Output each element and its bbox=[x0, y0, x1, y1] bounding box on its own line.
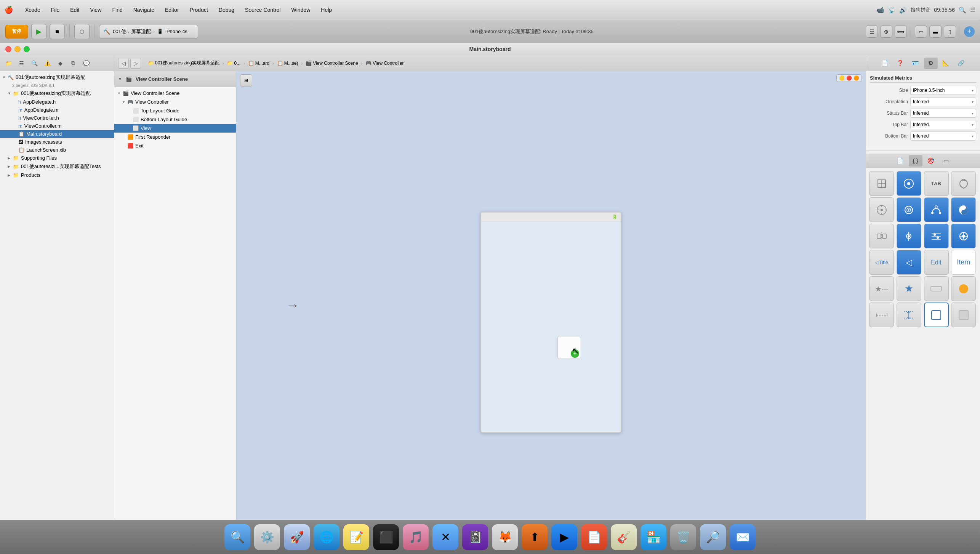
dock-system-prefs[interactable]: ⚙️ bbox=[254, 524, 280, 550]
close-button[interactable] bbox=[5, 46, 11, 52]
object-cell-split-h[interactable] bbox=[869, 224, 894, 248]
warning-nav-btn[interactable]: ⚠️ bbox=[42, 58, 53, 69]
stop-square-button[interactable]: ■ bbox=[50, 24, 65, 39]
tree-supporting-files[interactable]: ▶ 📁 Supporting Files bbox=[0, 154, 114, 162]
attributes-inspector-tab[interactable]: ⚙ bbox=[924, 58, 938, 69]
menu-xcode[interactable]: Xcode bbox=[20, 5, 46, 14]
tree-project-root[interactable]: ▼ 🔨 001使autoresizing实现屏幕适配 bbox=[0, 73, 114, 82]
object-cell-rect-gray[interactable] bbox=[951, 303, 976, 327]
play-button[interactable]: ▶ bbox=[31, 24, 46, 39]
outline-vc[interactable]: ▼ 🎮 View Controller bbox=[114, 98, 236, 106]
menu-editor[interactable]: Editor bbox=[160, 5, 184, 14]
editor-standard-btn[interactable]: ☰ bbox=[866, 26, 878, 38]
identity-inspector-tab[interactable]: 🪪 bbox=[909, 58, 922, 69]
breadcrumb-storyboard[interactable]: 📋 M...ard bbox=[247, 59, 271, 67]
object-cell-rotate[interactable] bbox=[951, 171, 976, 196]
outline-bottom-layout[interactable]: ⬜ Bottom Layout Guide bbox=[114, 115, 236, 124]
connections-inspector-tab[interactable]: 🔗 bbox=[954, 58, 968, 69]
menu-find[interactable]: Find bbox=[107, 5, 128, 14]
object-cell-item-btn[interactable]: Item bbox=[951, 250, 976, 275]
outline-view[interactable]: ⬜ View bbox=[114, 124, 236, 133]
orientation-select[interactable]: Inferred ▾ bbox=[910, 97, 976, 106]
tree-launchscreen-xib[interactable]: 📋 LaunchScreen.xib bbox=[0, 146, 114, 154]
object-cell-slider-v[interactable] bbox=[897, 224, 921, 248]
tree-products[interactable]: ▶ 📁 Products bbox=[0, 171, 114, 179]
object-cell-compass[interactable] bbox=[869, 197, 894, 222]
dock-instruments[interactable]: 🎸 bbox=[611, 524, 637, 550]
minimize-button[interactable] bbox=[14, 46, 21, 52]
quick-help-tab[interactable]: ❓ bbox=[894, 58, 907, 69]
object-cell-orange-dot[interactable] bbox=[951, 276, 976, 301]
menu-product[interactable]: Product bbox=[184, 5, 213, 14]
debug-toggle[interactable]: ▬ bbox=[929, 26, 942, 38]
dock-xcode[interactable]: ✕ bbox=[432, 524, 458, 550]
breadcrumb-project[interactable]: 📁 001使autoresizing实现屏幕适配 bbox=[146, 59, 221, 67]
add-object-button[interactable]: + bbox=[964, 26, 975, 37]
inspector-toggle[interactable]: ▯ bbox=[944, 26, 956, 38]
object-cell-edit-btn[interactable]: Edit bbox=[924, 250, 949, 275]
dock-launchpad[interactable]: 🚀 bbox=[284, 524, 310, 550]
outline-top-layout[interactable]: ⬜ Top Layout Guide bbox=[114, 106, 236, 115]
dock-filezilla[interactable]: 🦊 bbox=[492, 524, 518, 550]
size-select[interactable]: iPhone 3.5-inch ▾ bbox=[910, 86, 976, 95]
search-nav-btn[interactable]: 🔍 bbox=[29, 58, 40, 69]
object-cell-tab[interactable]: TAB bbox=[924, 171, 949, 196]
tree-group-main[interactable]: ▼ 📁 001使autoresizing实现屏幕适配 bbox=[0, 89, 114, 98]
breakpoint-button[interactable]: ⬡ bbox=[74, 24, 90, 39]
object-cell-dot-center[interactable] bbox=[951, 224, 976, 248]
nav-back-btn[interactable]: ◁ bbox=[118, 58, 129, 69]
file-inspector-tab[interactable]: 📄 bbox=[878, 58, 892, 69]
tree-tests-group[interactable]: ▶ 📁 001使autoresizi...实现屏幕适配Tests bbox=[0, 162, 114, 171]
breadcrumb-vc[interactable]: 🎮 View Controller bbox=[364, 59, 405, 67]
dock-safari[interactable]: 🌐 bbox=[314, 524, 339, 550]
dock-trash-empty[interactable]: 🗑️ bbox=[670, 524, 696, 550]
editor-version-btn[interactable]: ⟺ bbox=[895, 26, 907, 38]
menu-navigate[interactable]: Navigate bbox=[128, 5, 160, 14]
debug-nav-btn[interactable]: ⧉ bbox=[68, 58, 78, 69]
object-cell-star-blue[interactable]: ★ bbox=[897, 276, 921, 301]
menu-icon[interactable]: ☰ bbox=[970, 6, 975, 14]
object-cell-title-btn[interactable]: ◁ Title bbox=[869, 250, 894, 275]
obj-identity-tab[interactable]: 🎯 bbox=[924, 155, 938, 167]
outline-first-responder[interactable]: 🟧 First Responder bbox=[114, 133, 236, 141]
dock-onenote[interactable]: 📓 bbox=[462, 524, 488, 550]
maximize-button[interactable] bbox=[24, 46, 30, 52]
editor-assistant-btn[interactable]: ⊕ bbox=[880, 26, 892, 38]
tree-viewcontroller-h[interactable]: h ViewController.h bbox=[0, 114, 114, 122]
dock-mail[interactable]: ✉️ bbox=[730, 524, 756, 550]
object-cell-rect-bar[interactable] bbox=[924, 276, 949, 301]
menu-debug[interactable]: Debug bbox=[213, 5, 240, 14]
object-cell-split-v[interactable] bbox=[924, 224, 949, 248]
object-cell-back-btn[interactable]: ◁ bbox=[897, 250, 921, 275]
storyboard-canvas[interactable]: ⊞ 🟡 🔴 🟠 → 🔋 bbox=[236, 71, 866, 554]
scheme-selector[interactable]: 🔨 001使…屏幕适配 › 📱 iPhone 4s bbox=[99, 25, 198, 38]
stop-button[interactable]: 暂停 bbox=[5, 25, 28, 38]
outline-exit[interactable]: 🟥 Exit bbox=[114, 141, 236, 150]
size-inspector-tab[interactable]: 📐 bbox=[939, 58, 953, 69]
dragged-view-object[interactable]: + bbox=[557, 336, 580, 359]
nav-forward-btn[interactable]: ▷ bbox=[130, 58, 141, 69]
tree-viewcontroller-m[interactable]: m ViewController.m bbox=[0, 122, 114, 130]
statusbar-select[interactable]: Inferred ▾ bbox=[910, 109, 976, 118]
outline-collapse-icon[interactable]: ▼ bbox=[118, 77, 122, 81]
breadcrumb-group[interactable]: 📁 0... bbox=[225, 59, 242, 67]
test-nav-btn[interactable]: ◆ bbox=[55, 58, 66, 69]
menu-window[interactable]: Window bbox=[286, 5, 315, 14]
object-cell-yinyang[interactable] bbox=[951, 197, 976, 222]
apple-logo-icon[interactable]: 🍎 bbox=[5, 6, 13, 14]
topbar-select[interactable]: Inferred ▾ bbox=[910, 120, 976, 129]
dock-spotlight[interactable]: 🔎 bbox=[700, 524, 726, 550]
folder-nav-btn[interactable]: 📁 bbox=[3, 58, 14, 69]
dock-terminal[interactable]: ⬛ bbox=[373, 524, 399, 550]
object-cell-autoresizing[interactable] bbox=[869, 171, 894, 196]
iphone-view-content[interactable]: + ↖ View bbox=[481, 222, 621, 433]
object-cell-star-more[interactable]: ★··· bbox=[869, 276, 894, 301]
search-icon[interactable]: 🔍 bbox=[959, 6, 966, 14]
canvas-grid-btn[interactable]: ⊞ bbox=[240, 74, 252, 86]
dock-pages[interactable]: 📄 bbox=[581, 524, 607, 550]
bottombar-select[interactable]: Inferred ▾ bbox=[910, 131, 976, 141]
dock-quicktime[interactable]: ▶ bbox=[551, 524, 577, 550]
menu-source-control[interactable]: Source Control bbox=[240, 5, 286, 14]
navigator-toggle[interactable]: ▭ bbox=[915, 26, 927, 38]
breadcrumb-document[interactable]: 📋 M...se) bbox=[275, 59, 300, 67]
